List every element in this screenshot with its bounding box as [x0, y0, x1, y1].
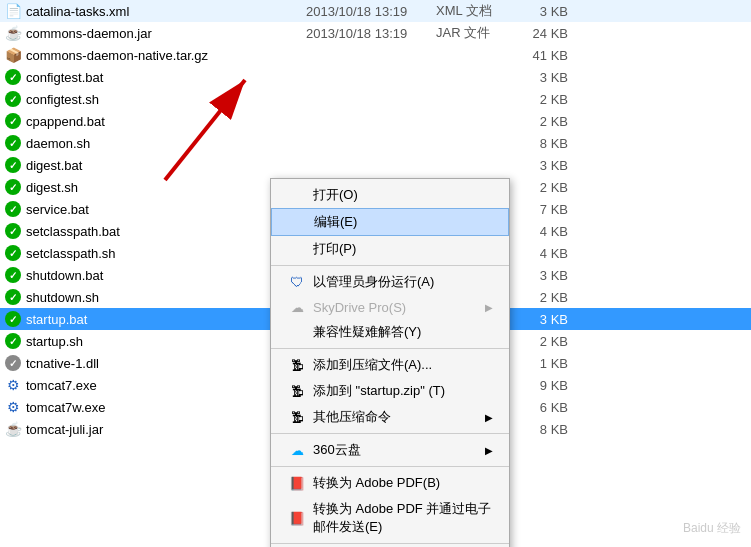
file-size: 6 KB: [516, 400, 576, 415]
watermark: Baidu 经验: [683, 520, 741, 537]
ctx-label-compress_startup: 添加到 "startup.zip" (T): [313, 382, 493, 400]
file-icon-xml: 📄: [4, 2, 22, 20]
file-icon-bat: ✓: [4, 112, 22, 130]
file-row[interactable]: ☕ commons-daemon.jar 2013/10/18 13:19 JA…: [0, 22, 751, 44]
ctx-label-pdf_email: 转换为 Adobe PDF 并通过电子邮件发送(E): [313, 500, 493, 536]
file-size: 2 KB: [516, 334, 576, 349]
file-icon-bat: ✓: [4, 222, 22, 240]
file-name: cpappend.bat: [26, 114, 306, 129]
file-name: startup.bat: [26, 312, 306, 327]
file-name: tomcat7w.exe: [26, 400, 306, 415]
ctx-icon-compress_add: 🗜: [287, 358, 307, 373]
file-icon-sh: ✓: [4, 244, 22, 262]
file-name: shutdown.sh: [26, 290, 306, 305]
file-size: 3 KB: [516, 312, 576, 327]
file-row[interactable]: 📄 catalina-tasks.xml 2013/10/18 13:19 XM…: [0, 0, 751, 22]
ctx-icon-compress_startup: 🗜: [287, 384, 307, 399]
file-manager: 📄 catalina-tasks.xml 2013/10/18 13:19 XM…: [0, 0, 751, 547]
ctx-separator: [271, 265, 509, 266]
file-date: 2013/10/18 13:19: [306, 26, 436, 41]
ctx-icon-run_as_admin: 🛡: [287, 274, 307, 290]
file-row[interactable]: ✓ digest.bat 3 KB: [0, 154, 751, 176]
ctx-label-cloud360: 360云盘: [313, 441, 485, 459]
file-row[interactable]: ✓ cpappend.bat 2 KB: [0, 110, 751, 132]
file-icon-bat: ✓: [4, 266, 22, 284]
ctx-label-compress_add: 添加到压缩文件(A)...: [313, 356, 493, 374]
file-name: digest.sh: [26, 180, 306, 195]
ctx-item-run_as_admin[interactable]: 🛡 以管理员身份运行(A): [271, 269, 509, 295]
ctx-label-open: 打开(O): [313, 186, 493, 204]
file-name: catalina-tasks.xml: [26, 4, 306, 19]
file-size: 7 KB: [516, 202, 576, 217]
ctx-icon-skydrive: ☁: [287, 300, 307, 315]
file-icon-dll: ✓: [4, 354, 22, 372]
file-icon-gz: 📦: [4, 46, 22, 64]
file-size: 4 KB: [516, 246, 576, 261]
ctx-separator: [271, 466, 509, 467]
file-name: setclasspath.bat: [26, 224, 306, 239]
file-name: configtest.bat: [26, 70, 306, 85]
file-icon-jar: ☕: [4, 420, 22, 438]
ctx-label-compress_other: 其他压缩命令: [313, 408, 485, 426]
file-row[interactable]: ✓ configtest.sh 2 KB: [0, 88, 751, 110]
file-icon-exe: ⚙: [4, 376, 22, 394]
file-type: XML 文档: [436, 2, 516, 20]
ctx-label-pdf: 转换为 Adobe PDF(B): [313, 474, 493, 492]
ctx-item-compat[interactable]: 兼容性疑难解答(Y): [271, 319, 509, 345]
file-size: 3 KB: [516, 70, 576, 85]
file-row[interactable]: 📦 commons-daemon-native.tar.gz 41 KB: [0, 44, 751, 66]
ctx-icon-compress_other: 🗜: [287, 410, 307, 425]
ctx-item-compress_other[interactable]: 🗜 其他压缩命令 ▶: [271, 404, 509, 430]
ctx-icon-pdf_email: 📕: [287, 511, 307, 526]
file-size: 41 KB: [516, 48, 576, 63]
file-size: 1 KB: [516, 356, 576, 371]
file-name: tomcat-juli.jar: [26, 422, 306, 437]
ctx-item-cloud360[interactable]: ☁ 360云盘 ▶: [271, 437, 509, 463]
file-name: commons-daemon.jar: [26, 26, 306, 41]
ctx-item-open[interactable]: 打开(O): [271, 182, 509, 208]
ctx-icon-pdf: 📕: [287, 476, 307, 491]
file-size: 2 KB: [516, 290, 576, 305]
context-menu[interactable]: 打开(O) 编辑(E) 打印(P) 🛡 以管理员身份运行(A) ☁ SkyDri…: [270, 178, 510, 547]
file-icon-sh: ✓: [4, 134, 22, 152]
ctx-item-print[interactable]: 打印(P): [271, 236, 509, 262]
file-name: tomcat7.exe: [26, 378, 306, 393]
file-size: 2 KB: [516, 92, 576, 107]
file-name: tcnative-1.dll: [26, 356, 306, 371]
ctx-item-edit[interactable]: 编辑(E): [271, 208, 509, 236]
file-icon-bat: ✓: [4, 68, 22, 86]
ctx-arrow-compress_other: ▶: [485, 412, 493, 423]
file-icon-exe: ⚙: [4, 398, 22, 416]
ctx-icon-cloud360: ☁: [287, 443, 307, 458]
ctx-label-compat: 兼容性疑难解答(Y): [313, 323, 493, 341]
ctx-item-compress_startup[interactable]: 🗜 添加到 "startup.zip" (T): [271, 378, 509, 404]
file-icon-sh: ✓: [4, 332, 22, 350]
ctx-item-pdf[interactable]: 📕 转换为 Adobe PDF(B): [271, 470, 509, 496]
ctx-separator: [271, 348, 509, 349]
file-type: JAR 文件: [436, 24, 516, 42]
ctx-label-edit: 编辑(E): [314, 213, 492, 231]
file-name: service.bat: [26, 202, 306, 217]
file-name: daemon.sh: [26, 136, 306, 151]
file-row[interactable]: ✓ daemon.sh 8 KB: [0, 132, 751, 154]
file-icon-jar: ☕: [4, 24, 22, 42]
file-icon-bat: ✓: [4, 200, 22, 218]
file-size: 8 KB: [516, 136, 576, 151]
file-name: commons-daemon-native.tar.gz: [26, 48, 306, 63]
file-row[interactable]: ✓ configtest.bat 3 KB: [0, 66, 751, 88]
ctx-separator: [271, 543, 509, 544]
file-name: shutdown.bat: [26, 268, 306, 283]
file-size: 3 KB: [516, 158, 576, 173]
file-size: 3 KB: [516, 268, 576, 283]
ctx-item-compress_add[interactable]: 🗜 添加到压缩文件(A)...: [271, 352, 509, 378]
ctx-item-pdf_email[interactable]: 📕 转换为 Adobe PDF 并通过电子邮件发送(E): [271, 496, 509, 540]
file-icon-sh: ✓: [4, 288, 22, 306]
file-name: setclasspath.sh: [26, 246, 306, 261]
ctx-separator: [271, 433, 509, 434]
ctx-item-skydrive: ☁ SkyDrive Pro(S) ▶: [271, 295, 509, 319]
file-size: 8 KB: [516, 422, 576, 437]
file-icon-bat: ✓: [4, 310, 22, 328]
file-icon-sh: ✓: [4, 178, 22, 196]
file-size: 2 KB: [516, 114, 576, 129]
file-size: 4 KB: [516, 224, 576, 239]
